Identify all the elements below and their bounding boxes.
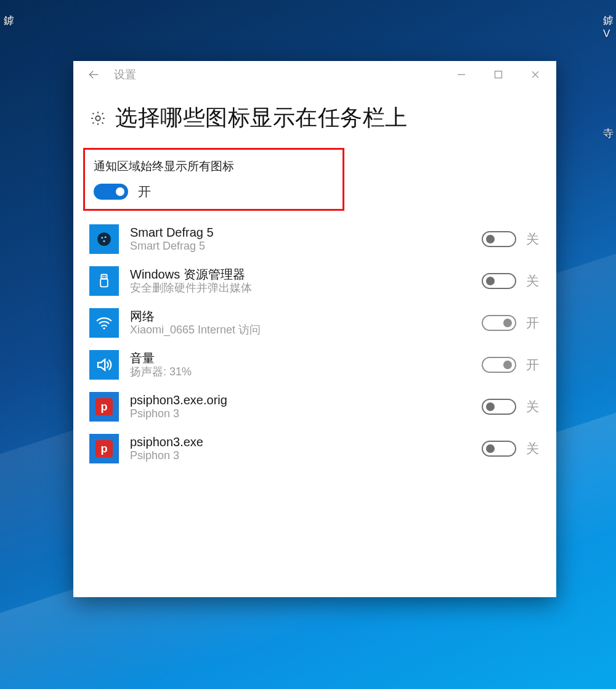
usb-icon	[89, 266, 119, 296]
svg-point-5	[95, 116, 100, 120]
svg-rect-10	[101, 275, 107, 279]
master-toggle-state: 开	[138, 183, 151, 200]
list-item-subtitle: 扬声器: 31%	[130, 365, 471, 379]
list-item-subtitle: Psiphon 3	[130, 449, 471, 463]
psiphon-icon: p	[89, 392, 119, 422]
list-item-title: Windows 资源管理器	[130, 267, 471, 282]
svg-point-7	[101, 237, 103, 238]
list-item-subtitle: 安全删除硬件并弹出媒体	[130, 282, 471, 295]
list-item-text: Smart Defrag 5Smart Defrag 5	[130, 226, 471, 253]
wifi-icon	[89, 308, 119, 338]
page-title: 选择哪些图标显示在任务栏上	[115, 103, 408, 133]
list-item-toggle-state: 关	[526, 440, 539, 457]
minimize-button[interactable]	[443, 61, 480, 88]
master-toggle-label: 通知区域始终显示所有图标	[94, 158, 334, 174]
list-item-title: Smart Defrag 5	[130, 226, 471, 240]
list-item-title: 网络	[130, 309, 471, 324]
icon-list: Smart Defrag 5Smart Defrag 5关Windows 资源管…	[89, 218, 540, 470]
list-item: Smart Defrag 5Smart Defrag 5关	[89, 218, 540, 260]
list-item-toggle-group: 关	[482, 440, 539, 457]
list-item-subtitle: Smart Defrag 5	[130, 240, 471, 253]
master-toggle[interactable]	[94, 184, 128, 200]
back-button[interactable]	[87, 68, 100, 81]
list-item-toggle-state: 关	[526, 398, 539, 415]
defrag-icon	[89, 224, 119, 254]
list-item-text: 网络Xiaomi_0665 Internet 访问	[130, 309, 471, 337]
list-item: ppsiphon3.exe.origPsiphon 3关	[89, 386, 540, 428]
svg-point-6	[97, 232, 111, 246]
list-item-title: 音量	[130, 351, 471, 365]
list-item-toggle-group: 关	[482, 398, 539, 415]
list-item-toggle-group: 关	[482, 230, 539, 248]
window-title: 设置	[114, 67, 136, 82]
list-item-toggle-group: 开	[482, 314, 539, 332]
list-item-toggle[interactable]	[482, 231, 516, 247]
list-item-toggle[interactable]	[482, 315, 516, 331]
desktop-edge-text-right: 鎼V	[603, 14, 614, 40]
gear-icon	[89, 110, 107, 127]
list-item-text: psiphon3.exePsiphon 3	[130, 435, 471, 463]
list-item-subtitle: Psiphon 3	[130, 407, 471, 421]
list-item-toggle[interactable]	[482, 273, 516, 289]
psiphon-icon: p	[89, 434, 119, 463]
list-item-text: 音量扬声器: 31%	[130, 351, 471, 379]
window-content: 选择哪些图标显示在任务栏上 通知区域始终显示所有图标 开 Smart Defra…	[73, 88, 556, 597]
svg-rect-11	[100, 279, 108, 287]
settings-window: 设置 选择哪些图标显示在任务栏上 通知区域始终显示所有	[73, 61, 556, 597]
svg-point-8	[105, 236, 107, 238]
svg-rect-2	[495, 71, 502, 78]
svg-point-14	[103, 327, 105, 329]
page-heading-row: 选择哪些图标显示在任务栏上	[89, 103, 540, 133]
close-button[interactable]	[517, 61, 554, 88]
list-item: 网络Xiaomi_0665 Internet 访问开	[89, 302, 540, 344]
desktop-edge-text-right-2: 寺	[603, 126, 614, 141]
list-item-text: Windows 资源管理器安全删除硬件并弹出媒体	[130, 267, 471, 295]
maximize-button[interactable]	[480, 61, 517, 88]
list-item-toggle-state: 开	[526, 356, 539, 373]
list-item-title: psiphon3.exe	[130, 435, 471, 449]
list-item-title: psiphon3.exe.orig	[130, 393, 471, 407]
list-item-text: psiphon3.exe.origPsiphon 3	[130, 393, 471, 421]
list-item-toggle-group: 开	[482, 356, 539, 373]
window-titlebar: 设置	[73, 61, 556, 88]
list-item: ppsiphon3.exePsiphon 3关	[89, 428, 540, 470]
list-item-toggle-state: 关	[526, 272, 539, 290]
list-item-toggle[interactable]	[482, 441, 516, 457]
annotation-highlight: 通知区域始终显示所有图标 开	[83, 148, 344, 211]
list-item: Windows 资源管理器安全删除硬件并弹出媒体关	[89, 260, 540, 302]
list-item-toggle[interactable]	[482, 399, 516, 415]
list-item-toggle[interactable]	[482, 357, 516, 373]
desktop-edge-text-left: 鎼	[4, 14, 14, 28]
list-item-toggle-state: 开	[526, 314, 539, 332]
volume-icon	[89, 350, 119, 380]
list-item-toggle-state: 关	[526, 230, 539, 248]
list-item: 音量扬声器: 31%开	[89, 344, 540, 386]
list-item-toggle-group: 关	[482, 272, 539, 290]
list-item-subtitle: Xiaomi_0665 Internet 访问	[130, 324, 471, 337]
svg-marker-15	[98, 359, 105, 370]
svg-point-9	[103, 240, 105, 242]
